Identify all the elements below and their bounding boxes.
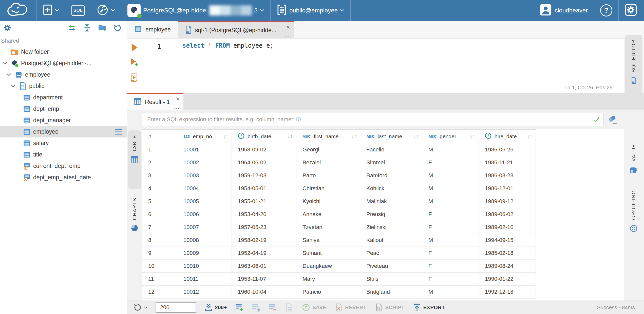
row-number-cell[interactable]: 10 xyxy=(142,260,177,273)
more-icon[interactable]: ... xyxy=(283,32,290,39)
more-icon[interactable]: ... xyxy=(173,103,180,111)
data-cell[interactable]: 1985-02-18 xyxy=(479,247,536,260)
data-cell[interactable]: 1989-06-02 xyxy=(479,208,536,221)
row-number-cell[interactable]: 1 xyxy=(142,143,177,156)
tree-item-new-folder[interactable]: New folder xyxy=(0,46,127,58)
tree-item-department[interactable]: department xyxy=(0,92,127,103)
data-cell[interactable]: 10010 xyxy=(177,260,232,273)
data-cell[interactable]: M xyxy=(422,195,479,208)
tree-item-dept-emp[interactable]: dept_emp xyxy=(0,103,127,115)
data-cell[interactable]: Anneke xyxy=(296,208,360,221)
data-cell[interactable]: Zielinski xyxy=(360,221,422,234)
refresh-result-button[interactable] xyxy=(133,303,147,312)
data-cell[interactable]: Peac xyxy=(360,247,422,260)
code-area[interactable]: select*FROMemployee e; xyxy=(177,39,624,82)
execute-new-tab-button[interactable] xyxy=(130,58,139,66)
clear-filter-eraser-icon[interactable] xyxy=(607,114,618,125)
data-cell[interactable]: 1986-08-28 xyxy=(479,169,536,182)
data-cell[interactable]: F xyxy=(422,260,479,273)
tree-item-dept-emp-latest-date[interactable]: dept_emp_latest_date xyxy=(0,172,127,183)
data-cell[interactable]: 1989-08-24 xyxy=(479,260,536,273)
data-cell[interactable]: 1992-12-18 xyxy=(479,286,536,299)
execute-script-button[interactable] xyxy=(130,73,139,82)
data-cell[interactable]: Preusig xyxy=(360,208,422,221)
tree-item-employee[interactable]: employee xyxy=(0,126,127,137)
data-cell[interactable]: 1963-06-01 xyxy=(232,260,296,273)
data-cell[interactable]: 1994-09-15 xyxy=(479,234,536,247)
data-cell[interactable]: 1955-01-21 xyxy=(232,195,296,208)
row-number-cell[interactable]: 6 xyxy=(142,208,177,221)
data-cell[interactable]: Parto xyxy=(296,169,360,182)
row-number-cell[interactable]: 8 xyxy=(142,234,177,247)
sort-icon[interactable]: ↓↑ xyxy=(527,133,532,139)
sql-editor-button[interactable]: SQL xyxy=(65,0,91,21)
collapse-all-icon[interactable] xyxy=(83,24,91,32)
column-header-first_name[interactable]: ABC first_name ↓↑ xyxy=(296,130,360,143)
tab-result-1[interactable]: Result - 1 × ... xyxy=(127,93,183,110)
column-header-hire_date[interactable]: hire_date ↓↑ xyxy=(479,130,536,143)
row-number-cell[interactable]: 9 xyxy=(142,247,177,260)
sidebar-settings-gear-icon[interactable] xyxy=(3,24,12,32)
data-cell[interactable]: F xyxy=(422,156,479,169)
new-object-button[interactable] xyxy=(37,0,65,21)
data-cell[interactable]: F xyxy=(422,221,479,234)
data-cell[interactable]: 10006 xyxy=(177,208,232,221)
data-cell[interactable]: M xyxy=(422,234,479,247)
data-cell[interactable]: Maliniak xyxy=(360,195,422,208)
tree-item-dept-manager[interactable]: dept_manager xyxy=(0,115,127,126)
tree-item-salary[interactable]: salary xyxy=(0,137,127,149)
data-cell[interactable]: Kalloufi xyxy=(360,234,422,247)
data-cell[interactable]: 1986-12-01 xyxy=(479,182,536,195)
settings-button[interactable] xyxy=(619,0,644,21)
data-cell[interactable]: 10004 xyxy=(177,182,232,195)
row-number-cell[interactable]: 5 xyxy=(142,195,177,208)
refresh-icon[interactable] xyxy=(113,24,122,32)
data-cell[interactable]: 1953-04-20 xyxy=(232,208,296,221)
close-icon[interactable]: × xyxy=(286,23,290,31)
sort-icon[interactable]: ↓↑ xyxy=(288,133,293,139)
data-cell[interactable]: Bamford xyxy=(360,169,422,182)
revert-button[interactable]: REVERT xyxy=(334,303,366,312)
column-header-gender[interactable]: ABC gender ↓↑ xyxy=(422,130,479,143)
data-cell[interactable]: 10011 xyxy=(177,273,232,286)
chevron-down-icon[interactable] xyxy=(2,60,8,67)
tree-item-employee[interactable]: employee xyxy=(0,69,127,80)
data-cell[interactable]: Koblick xyxy=(360,182,422,195)
item-menu-icon[interactable] xyxy=(114,129,123,135)
tab-employee-table[interactable]: employee xyxy=(127,21,178,38)
data-cell[interactable]: 1960-10-04 xyxy=(232,286,296,299)
data-cell[interactable]: 1986-06-26 xyxy=(479,143,536,156)
data-cell[interactable]: 1989-02-10 xyxy=(479,221,536,234)
sort-icon[interactable]: ↓↑ xyxy=(351,133,356,139)
column-header-last_name[interactable]: ABC last_name ↓↑ xyxy=(360,130,422,143)
data-cell[interactable]: 10008 xyxy=(177,234,232,247)
help-button[interactable]: ? xyxy=(594,0,618,21)
data-cell[interactable]: 1959-12-03 xyxy=(232,169,296,182)
apply-filter-icon[interactable] xyxy=(589,113,603,126)
data-cell[interactable]: 1953-09-02 xyxy=(232,143,296,156)
data-cell[interactable]: 10001 xyxy=(177,143,232,156)
data-cell[interactable]: 1989-09-12 xyxy=(479,195,536,208)
data-cell[interactable]: Simmel xyxy=(360,156,422,169)
connection-selector[interactable]: PostgreSQL@ep-hidde 3 xyxy=(121,0,270,21)
data-cell[interactable]: 1958-02-19 xyxy=(232,234,296,247)
fetch-more-button[interactable]: 200+ xyxy=(204,303,227,312)
column-header-birth_date[interactable]: birth_date ↓↑ xyxy=(232,130,296,143)
data-cell[interactable]: 10007 xyxy=(177,221,232,234)
duplicate-row-button[interactable] xyxy=(252,303,260,312)
data-cell[interactable]: Bridgland xyxy=(360,286,422,299)
data-cell[interactable]: 10012 xyxy=(177,286,232,299)
tree-item-postgresql-ep-hidden-[interactable]: PostgreSQL@ep-hidden-... xyxy=(0,58,127,69)
delete-row-button[interactable] xyxy=(268,303,277,312)
data-cell[interactable]: M xyxy=(422,143,479,156)
row-number-header[interactable]: # xyxy=(142,130,177,143)
data-cell[interactable]: Mary xyxy=(296,273,360,286)
data-cell[interactable]: Sluis xyxy=(360,273,422,286)
data-cell[interactable]: 1964-06-02 xyxy=(232,156,296,169)
chevron-down-icon[interactable] xyxy=(6,72,12,78)
data-cell[interactable]: Kyoichi xyxy=(296,195,360,208)
data-cell[interactable]: M xyxy=(422,286,479,299)
data-cell[interactable]: Sumant xyxy=(296,247,360,260)
rows-per-page-input[interactable] xyxy=(156,302,196,313)
tab-value-panel[interactable]: VALUE xyxy=(625,139,642,182)
